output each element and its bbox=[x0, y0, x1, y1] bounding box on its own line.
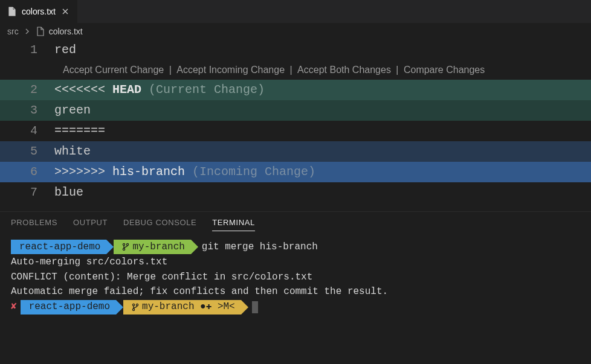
line-number: 2 bbox=[0, 80, 54, 100]
terminal-command: git merge his-branch bbox=[202, 240, 318, 255]
terminal[interactable]: react-app-demo my-branch git merge his-b… bbox=[0, 236, 591, 322]
terminal-prompt: react-app-demo my-branch git merge his-b… bbox=[11, 240, 580, 255]
breadcrumb: src colors.txt bbox=[0, 23, 591, 40]
code-text[interactable]: green bbox=[54, 100, 591, 121]
git-branch-icon bbox=[132, 303, 139, 311]
line-number: 7 bbox=[0, 182, 54, 203]
code-text[interactable]: ======= bbox=[54, 121, 591, 141]
prompt-project: react-app-demo bbox=[21, 300, 116, 315]
svg-point-5 bbox=[132, 308, 134, 310]
file-icon bbox=[7, 7, 17, 16]
accept-current-change[interactable]: Accept Current Change bbox=[63, 65, 164, 75]
conflict-separator: 4 ======= bbox=[0, 121, 591, 141]
conflict-incoming-header: 6 >>>>>>> his-branch (Incoming Change) bbox=[0, 162, 591, 182]
prompt-branch: my-branch ●✚ >M< bbox=[123, 300, 241, 315]
error-icon: ✘ bbox=[11, 299, 17, 315]
editor-line: 7 blue bbox=[0, 182, 591, 203]
editor[interactable]: 1 red Accept Current Change | Accept Inc… bbox=[0, 40, 591, 203]
breadcrumb-folder[interactable]: src bbox=[7, 27, 19, 36]
code-text[interactable]: blue bbox=[54, 182, 591, 203]
terminal-output: CONFLICT (content): Merge conflict in sr… bbox=[11, 270, 580, 285]
accept-incoming-change[interactable]: Accept Incoming Change bbox=[176, 65, 285, 75]
chevron-right-icon bbox=[24, 28, 31, 35]
line-number: 4 bbox=[0, 121, 54, 141]
tab-problems[interactable]: PROBLEMS bbox=[11, 218, 57, 231]
file-icon bbox=[36, 27, 45, 36]
editor-tabbar: colors.txt bbox=[0, 0, 591, 23]
line-number: 5 bbox=[0, 141, 54, 162]
close-icon[interactable] bbox=[60, 7, 70, 16]
bottom-panel: PROBLEMS OUTPUT DEBUG CONSOLE TERMINAL r… bbox=[0, 211, 591, 322]
line-number: 3 bbox=[0, 100, 54, 121]
svg-point-0 bbox=[123, 244, 125, 246]
merge-codelens: Accept Current Change | Accept Incoming … bbox=[0, 60, 591, 80]
terminal-output: Automatic merge failed; fix conflicts an… bbox=[11, 284, 580, 299]
svg-point-4 bbox=[136, 304, 138, 305]
panel-tabs: PROBLEMS OUTPUT DEBUG CONSOLE TERMINAL bbox=[0, 212, 591, 236]
breadcrumb-file[interactable]: colors.txt bbox=[36, 27, 83, 36]
editor-tab[interactable]: colors.txt bbox=[0, 0, 77, 23]
editor-line: 1 red bbox=[0, 40, 591, 60]
tab-terminal[interactable]: TERMINAL bbox=[212, 218, 255, 231]
tab-filename: colors.txt bbox=[22, 7, 56, 16]
tab-debug-console[interactable]: DEBUG CONSOLE bbox=[123, 218, 196, 231]
tab-output[interactable]: OUTPUT bbox=[73, 218, 108, 231]
code-text[interactable]: red bbox=[54, 40, 591, 60]
compare-changes[interactable]: Compare Changes bbox=[404, 65, 485, 75]
line-number: 6 bbox=[0, 162, 54, 182]
svg-point-2 bbox=[123, 249, 125, 251]
terminal-prompt: ✘ react-app-demo my-branch ●✚ >M< bbox=[11, 299, 580, 315]
prompt-project: react-app-demo bbox=[11, 240, 106, 254]
accept-both-changes[interactable]: Accept Both Changes bbox=[297, 65, 391, 75]
terminal-cursor bbox=[252, 301, 258, 313]
conflict-current-body: 3 green bbox=[0, 100, 591, 121]
code-text[interactable]: white bbox=[54, 141, 591, 162]
prompt-branch: my-branch bbox=[114, 240, 190, 254]
svg-point-3 bbox=[132, 304, 134, 305]
conflict-incoming-body: 5 white bbox=[0, 141, 591, 162]
line-number: 1 bbox=[0, 40, 54, 60]
terminal-output: Auto-merging src/colors.txt bbox=[11, 255, 580, 270]
svg-point-1 bbox=[127, 244, 129, 246]
git-branch-icon bbox=[122, 243, 129, 251]
conflict-current-header: 2 <<<<<<< HEAD (Current Change) bbox=[0, 80, 591, 100]
